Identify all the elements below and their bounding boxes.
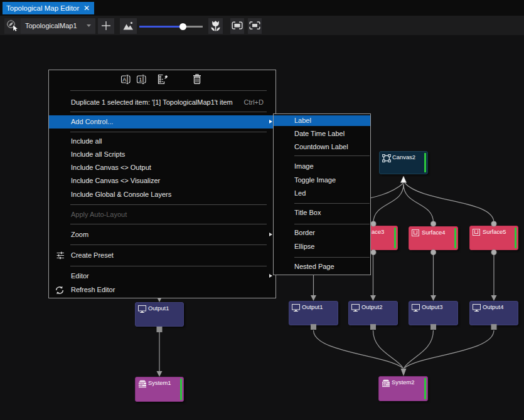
svg-text:1: 1	[139, 76, 142, 83]
svg-text:A: A	[122, 76, 126, 83]
